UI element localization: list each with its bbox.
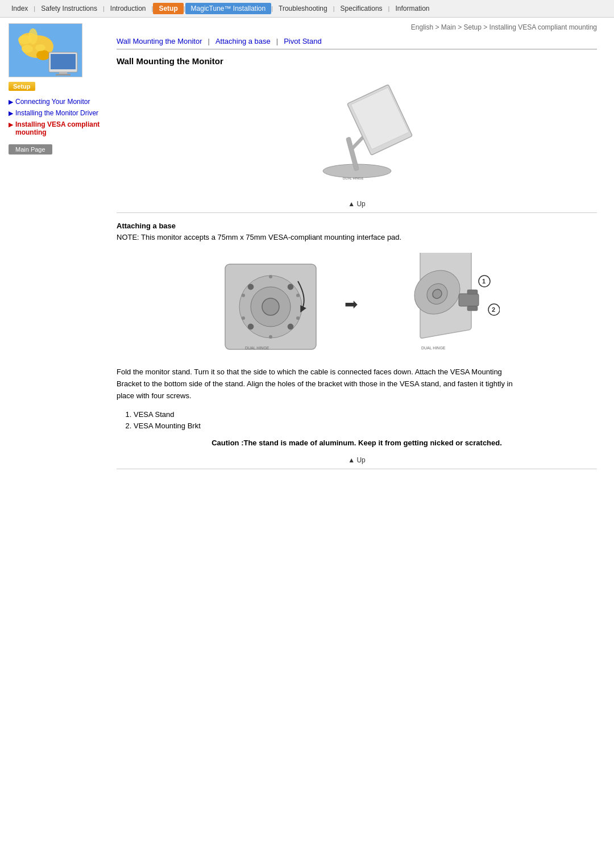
breadcrumb: English > Main > Setup > Installing VESA…: [117, 23, 597, 31]
svg-text:DUAL HINGE: DUAL HINGE: [421, 346, 446, 350]
link-vesa[interactable]: Installing VESA compliant mounting: [15, 120, 105, 136]
sidebar-image: [9, 23, 82, 77]
tab-sep-2: |: [276, 37, 278, 45]
svg-point-6: [22, 45, 33, 53]
svg-point-31: [242, 294, 245, 297]
arrow-icon-installing: ▶: [9, 110, 13, 117]
main-content: English > Main > Setup > Installing VESA…: [105, 18, 614, 486]
sidebar-item-connecting[interactable]: ▶ Connecting Your Monitor: [9, 98, 105, 106]
svg-point-3: [36, 50, 50, 60]
svg-point-5: [18, 35, 32, 44]
attaching-title: Attaching a base: [117, 222, 597, 230]
svg-point-23: [288, 284, 293, 290]
svg-text:DUAL HINGE: DUAL HINGE: [245, 346, 269, 350]
vesa-diagram: DUAL HINGE ➡: [117, 253, 597, 355]
caution-text: Caution :The stand is made of aluminum. …: [117, 439, 597, 447]
main-page-button[interactable]: Main Page: [9, 144, 52, 155]
section-title-wall: Wall Mounting the Monitor: [117, 56, 597, 66]
nav-item-magictune[interactable]: MagicTune™ Installation: [185, 3, 272, 14]
svg-point-29: [269, 335, 272, 339]
monitor-illustration: DUAL HINGE: [117, 74, 597, 188]
nav-item-index[interactable]: Index: [6, 3, 34, 14]
svg-rect-9: [51, 54, 76, 69]
tab-pivot-stand[interactable]: Pivot Stand: [284, 37, 322, 45]
svg-text:2: 2: [492, 306, 495, 313]
svg-rect-37: [459, 294, 479, 306]
nav-item-information[interactable]: Information: [389, 3, 435, 14]
svg-point-36: [433, 289, 442, 299]
svg-point-27: [296, 294, 300, 297]
description-text: Fold the monitor stand. Turn it so that …: [117, 366, 515, 402]
note-text: NOTE: This monitor accepts a 75mm x 75mm…: [117, 233, 597, 241]
svg-text:DUAL HINGE: DUAL HINGE: [343, 177, 363, 180]
attaching-section: Attaching a base NOTE: This monitor acce…: [117, 222, 597, 447]
svg-text:1: 1: [482, 278, 486, 285]
tab-attaching-base[interactable]: Attaching a base: [215, 37, 271, 45]
svg-point-26: [269, 275, 272, 278]
nav-item-specifications[interactable]: Specifications: [335, 3, 388, 14]
nav-item-safety[interactable]: Safety Instructions: [35, 3, 103, 14]
svg-rect-39: [467, 306, 478, 311]
up-link-container-1: ▲ Up: [117, 199, 597, 213]
svg-rect-11: [56, 74, 70, 76]
svg-point-25: [288, 324, 293, 329]
nav-item-troubleshooting[interactable]: Troubleshooting: [273, 3, 333, 14]
svg-point-30: [242, 316, 245, 320]
arrow-icon-connecting: ▶: [9, 98, 13, 106]
tab-wall-mounting[interactable]: Wall Mounting the Monitor: [117, 37, 202, 45]
up-link-2[interactable]: ▲ Up: [348, 456, 366, 464]
svg-point-28: [296, 316, 300, 320]
arrow-icon-vesa: ▶: [9, 121, 13, 128]
link-connecting[interactable]: Connecting Your Monitor: [15, 98, 90, 106]
svg-point-24: [248, 324, 254, 329]
up-link-1[interactable]: ▲ Up: [348, 200, 366, 208]
tab-links: Wall Mounting the Monitor | Attaching a …: [117, 37, 597, 49]
arrow-right-icon: ➡: [345, 295, 358, 314]
svg-rect-38: [467, 290, 478, 294]
top-navigation: Index | Safety Instructions | Introducti…: [0, 0, 614, 18]
sidebar-item-installing[interactable]: ▶ Installing the Monitor Driver: [9, 109, 105, 117]
list-item-1: VESA Stand: [134, 410, 597, 419]
up-link-container-2: ▲ Up: [117, 456, 597, 469]
numbered-list: VESA Stand VESA Mounting Brkt: [134, 410, 597, 430]
link-installing[interactable]: Installing the Monitor Driver: [15, 109, 98, 117]
sidebar-links: ▶ Connecting Your Monitor ▶ Installing t…: [9, 98, 105, 136]
sidebar-item-vesa[interactable]: ▶ Installing VESA compliant mounting: [9, 120, 105, 136]
nav-item-setup[interactable]: Setup: [153, 3, 183, 14]
list-item-2: VESA Mounting Brkt: [134, 422, 597, 430]
sidebar: Setup ▶ Connecting Your Monitor ▶ Instal…: [0, 18, 105, 486]
setup-badge: Setup: [9, 82, 35, 91]
svg-point-21: [262, 298, 279, 315]
tab-sep-1: |: [208, 37, 210, 45]
svg-point-22: [248, 284, 254, 290]
nav-item-introduction[interactable]: Introduction: [105, 3, 152, 14]
main-layout: Setup ▶ Connecting Your Monitor ▶ Instal…: [0, 18, 614, 486]
svg-point-7: [35, 44, 45, 51]
